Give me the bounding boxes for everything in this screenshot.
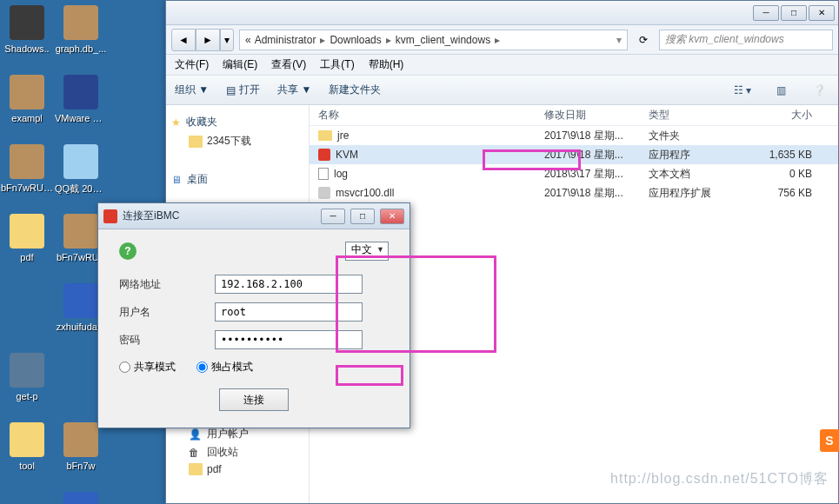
help-icon[interactable]: ? — [119, 242, 137, 260]
search-input[interactable]: 搜索 kvm_client_windows — [659, 30, 833, 50]
radio-exclusive[interactable]: 独占模式 — [196, 360, 253, 375]
shortcut-label: graph.db_... — [56, 43, 107, 54]
label-address: 网络地址 — [119, 277, 215, 292]
breadcrumb-sep: ▸ — [317, 34, 328, 46]
file-icon — [318, 130, 332, 141]
star-icon: ★ — [171, 116, 181, 129]
menu-edit[interactable]: 编辑(E) — [223, 57, 257, 72]
desktop-shortcut[interactable]: Shadows.. — [0, 0, 54, 70]
breadcrumb-seg[interactable]: kvm_client_windows — [394, 34, 492, 46]
col-size[interactable]: 大小 — [744, 108, 822, 123]
file-name: msvcr100.dll — [336, 187, 394, 199]
shortcut-label: pdf — [20, 252, 33, 262]
address-input[interactable] — [215, 275, 363, 294]
sidebar-item[interactable]: 2345下载 — [170, 132, 305, 150]
file-icon — [318, 187, 330, 199]
shortcut-icon — [63, 144, 98, 179]
desktop-shortcut[interactable]: VMware Workstati... — [54, 70, 108, 139]
explorer-navbar: ◄ ► ▾ « Administrator ▸ Downloads ▸ kvm_… — [166, 25, 838, 55]
connect-button[interactable]: 连接 — [219, 388, 289, 411]
desktop-shortcut[interactable]: get-p — [0, 348, 54, 417]
recycle-icon: 🗑 — [189, 447, 203, 459]
refresh-button[interactable]: ⟳ — [633, 30, 654, 50]
menu-file[interactable]: 文件(F) — [175, 57, 209, 72]
shortcut-icon — [10, 422, 44, 457]
breadcrumb-prefix: « — [243, 34, 253, 46]
desktop-shortcut[interactable]: pdf — [0, 209, 54, 278]
file-row[interactable]: jre 2017\9\18 星期... 文件夹 — [310, 126, 838, 145]
desktop-shortcut[interactable]: tool — [0, 417, 54, 487]
file-row[interactable]: log 2018\3\17 星期... 文本文档 0 KB — [310, 164, 838, 183]
breadcrumb-seg[interactable]: Administrator — [253, 34, 318, 46]
open-icon: ▤ — [226, 84, 236, 96]
file-icon — [318, 149, 330, 161]
shortcut-label: bFn7wRUA... — [1, 182, 53, 193]
col-name[interactable]: 名称 — [310, 108, 536, 123]
preview-pane-button[interactable]: ▥ — [770, 82, 791, 99]
file-date: 2018\3\17 星期... — [536, 167, 640, 182]
breadcrumb-seg[interactable]: Downloads — [328, 34, 383, 46]
menu-help[interactable]: 帮助(H) — [369, 57, 404, 72]
sidebar-item[interactable]: 🗑回收站 — [170, 443, 305, 461]
breadcrumb[interactable]: « Administrator ▸ Downloads ▸ kvm_client… — [239, 30, 628, 50]
file-type: 应用程序 — [640, 148, 744, 162]
menubar: 文件(F) 编辑(E) 查看(V) 工具(T) 帮助(H) — [166, 55, 838, 76]
kvm-icon — [103, 209, 117, 223]
desktop-shortcut[interactable] — [0, 487, 54, 504]
toolbar-organize[interactable]: 组织 ▼ — [175, 83, 209, 97]
col-type[interactable]: 类型 — [640, 108, 744, 123]
file-type: 应用程序扩展 — [640, 186, 744, 201]
dialog-minimize-button[interactable]: ─ — [321, 209, 345, 224]
col-date[interactable]: 修改日期 — [536, 108, 640, 123]
desktop-shortcut[interactable]: bFn7wRUA... — [0, 139, 54, 209]
dialog-maximize-button[interactable]: □ — [350, 209, 375, 224]
sidebar-desktop[interactable]: 🖥桌面 — [170, 169, 305, 189]
shortcut-label: get-p — [16, 391, 37, 401]
desktop-shortcut[interactable]: exampl — [0, 70, 54, 139]
toolbar-share[interactable]: 共享 ▼ — [277, 83, 311, 97]
sogou-ime-icon[interactable]: S — [820, 429, 839, 452]
breadcrumb-sep: ▸ — [383, 34, 394, 46]
shortcut-icon — [10, 75, 44, 109]
username-input[interactable] — [215, 302, 363, 322]
desktop-icon: 🖥 — [171, 174, 182, 186]
maximize-button[interactable]: □ — [781, 5, 807, 21]
dialog-close-button[interactable]: ✕ — [380, 209, 404, 224]
shortcut-label: Shadows.. — [4, 43, 49, 54]
nav-forward-button[interactable]: ► — [196, 29, 220, 51]
desktop-shortcut[interactable]: 开心手机恢复大师 — [54, 487, 108, 504]
toolbar-open[interactable]: ▤打开 — [226, 83, 260, 97]
sidebar-favorites[interactable]: ★收藏夹 — [170, 112, 305, 132]
toolbar-newfolder[interactable]: 新建文件夹 — [329, 83, 381, 97]
shortcut-icon — [63, 283, 98, 318]
desktop-shortcut[interactable]: graph.db_... — [54, 0, 108, 70]
sidebar-item[interactable]: pdf — [170, 461, 305, 477]
desktop-shortcut[interactable] — [0, 278, 54, 348]
shortcut-label: VMware Workstati... — [55, 113, 107, 123]
desktop-shortcut[interactable]: QQ截 201803... — [54, 139, 108, 209]
dialog-title: 连接至iBMC — [123, 209, 316, 223]
shortcut-icon — [63, 75, 98, 109]
close-button[interactable]: ✕ — [809, 5, 835, 21]
file-row[interactable]: msvcr100.dll 2017\9\18 星期... 应用程序扩展 756 … — [310, 183, 838, 202]
shortcut-label: QQ截 201803... — [55, 182, 107, 196]
file-size: 1,635 KB — [744, 149, 822, 161]
user-icon: 👤 — [189, 428, 203, 441]
language-select[interactable]: 中文 — [345, 242, 389, 261]
ibmc-dialog: 连接至iBMC ─ □ ✕ ? 中文 网络地址 用户名 密码 共享模式 独占模式… — [97, 202, 410, 428]
breadcrumb-dropdown[interactable]: ▾ — [615, 34, 623, 46]
view-options-button[interactable]: ☷ ▾ — [732, 82, 753, 99]
menu-tools[interactable]: 工具(T) — [320, 57, 354, 72]
nav-back-button[interactable]: ◄ — [171, 29, 196, 51]
dialog-titlebar: 连接至iBMC ─ □ ✕ — [98, 203, 410, 229]
file-name: log — [334, 168, 348, 180]
help-button[interactable]: ❔ — [809, 82, 829, 99]
radio-shared[interactable]: 共享模式 — [119, 360, 176, 375]
password-input[interactable] — [215, 330, 363, 349]
minimize-button[interactable]: ─ — [753, 5, 779, 21]
file-row[interactable]: KVM 2017\9\18 星期... 应用程序 1,635 KB — [310, 145, 838, 164]
file-type: 文本文档 — [640, 167, 744, 182]
menu-view[interactable]: 查看(V) — [271, 57, 306, 72]
nav-history-dropdown[interactable]: ▾ — [220, 29, 234, 51]
shortcut-icon — [63, 492, 98, 504]
